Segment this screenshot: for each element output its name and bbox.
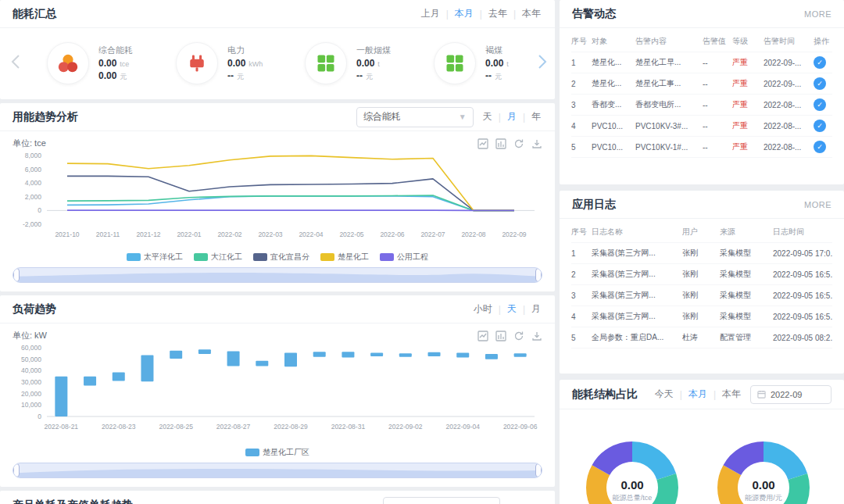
refresh-icon[interactable]	[513, 331, 524, 341]
donut-value: 0.00	[574, 478, 691, 491]
carousel-next-icon[interactable]	[538, 54, 547, 73]
donut-chart-cost[interactable]: 0.00能源费用/元	[705, 424, 822, 504]
download-icon[interactable]	[531, 138, 542, 149]
line-chart-icon[interactable]	[477, 331, 488, 341]
unit-consumption-title: 产品单耗及产值单耗趋势	[13, 499, 133, 504]
svg-text:50,000: 50,000	[21, 356, 41, 363]
energy-summary-card: 能耗汇总 上月|本月|去年|本年 综合能耗0.00tce0.00元电力0.00k…	[0, 0, 555, 99]
logs-card: 应用日志 MORE 序号日志名称用户来源日志时间1采集器(第三方网...张刚采集…	[560, 191, 844, 374]
stat-name: 综合能耗	[98, 45, 133, 56]
carousel-prev-icon[interactable]	[11, 54, 20, 73]
svg-text:2022-09-04: 2022-09-04	[445, 423, 480, 431]
legend-item-大江化工[interactable]: 大江化工	[194, 252, 242, 263]
energy-type-select[interactable]: 综合能耗 ▼	[356, 107, 474, 127]
tab-年[interactable]: 年	[530, 110, 542, 123]
svg-text:2022-01: 2022-01	[177, 231, 201, 238]
line-chart-icon[interactable]	[477, 138, 488, 149]
svg-text:10,000: 10,000	[21, 401, 41, 409]
tab-本月[interactable]: 本月	[453, 7, 475, 20]
chevron-down-icon: ▼	[459, 113, 467, 121]
load-trend-bar-chart[interactable]: 010,00020,00030,00040,00050,00060,000202…	[13, 341, 542, 443]
alerts-card: 告警动态 MORE 序号对象告警内容告警值等级告警时间操作1楚星化...楚星化工…	[560, 0, 844, 184]
tab-separator: |	[480, 9, 482, 20]
load-period-tabs: 小时|天|月	[472, 302, 542, 316]
stat-value-primary: 0.00t	[485, 58, 509, 70]
svg-text:2022-09-02: 2022-09-02	[388, 423, 423, 431]
datazoom-left-handle[interactable]	[13, 463, 20, 477]
legend-item-公用工程[interactable]: 公用工程	[380, 252, 428, 263]
download-icon[interactable]	[531, 331, 542, 341]
calendar-icon	[757, 390, 766, 399]
structure-header: 能耗结构占比 今天|本月|本年 2022-09	[560, 380, 844, 409]
month-picker[interactable]: 2022-09	[750, 385, 831, 404]
svg-text:-2,000: -2,000	[23, 220, 41, 228]
tab-本年[interactable]: 本年	[520, 7, 542, 20]
bar-chart-icon[interactable]	[495, 138, 506, 149]
stat-value-cost: --元	[227, 70, 263, 83]
load-datazoom-slider[interactable]	[13, 463, 542, 478]
coal-icon	[305, 42, 347, 84]
trend-datazoom-slider[interactable]	[13, 267, 542, 283]
svg-text:2021-11: 2021-11	[96, 231, 120, 238]
tab-小时[interactable]: 小时	[472, 302, 494, 316]
tab-本月[interactable]: 本月	[687, 388, 709, 401]
load-trend-card: 负荷趋势 小时|天|月 单位: kW 010,00020,00030,00040…	[0, 295, 555, 487]
legend-item-太平洋化工[interactable]: 太平洋化工	[127, 252, 183, 263]
unit-consumption-card: 产品单耗及产值单耗趋势	[0, 491, 555, 504]
donut-chart-total[interactable]: 0.00能源总量/tce	[574, 424, 691, 504]
datazoom-right-handle[interactable]	[535, 268, 542, 282]
svg-text:2022-02: 2022-02	[217, 231, 241, 238]
svg-text:2022-08-25: 2022-08-25	[159, 423, 193, 431]
alert-process-button[interactable]: ✓	[814, 56, 826, 69]
refresh-icon[interactable]	[513, 138, 524, 149]
trend-toolbox	[477, 138, 542, 149]
table-row: 1楚星化...楚星化工早...--严重2022-09-...✓	[571, 52, 832, 73]
unit-consumption-select[interactable]	[383, 497, 500, 504]
legend-item-楚星化工[interactable]: 楚星化工	[320, 252, 369, 263]
stat-value-cost: 0.00元	[98, 70, 133, 83]
bar-chart-icon[interactable]	[495, 331, 506, 341]
svg-text:2022-08-21: 2022-08-21	[45, 423, 79, 431]
load-unit-label: 单位: kW	[13, 330, 47, 341]
datazoom-left-handle[interactable]	[13, 268, 20, 282]
stat-value-primary: 0.00kWh	[227, 58, 263, 70]
tab-本年[interactable]: 本年	[721, 388, 742, 401]
svg-text:0: 0	[38, 413, 41, 420]
alerts-table: 序号对象告警内容告警值等级告警时间操作1楚星化...楚星化工早...--严重20…	[560, 28, 844, 158]
tab-天[interactable]: 天	[506, 302, 518, 316]
energy-trend-line-chart[interactable]: -2,00002,0004,0006,0008,0002021-102021-1…	[13, 149, 542, 248]
tab-separator: |	[713, 389, 716, 400]
tab-上月[interactable]: 上月	[420, 7, 442, 20]
datazoom-right-handle[interactable]	[535, 463, 542, 477]
alert-process-button[interactable]: ✓	[814, 120, 826, 132]
tab-separator: |	[499, 112, 501, 123]
svg-text:8,000: 8,000	[25, 152, 42, 159]
load-trend-title: 负荷趋势	[13, 302, 56, 316]
energy-summary-header: 能耗汇总 上月|本月|去年|本年	[0, 0, 555, 28]
svg-text:60,000: 60,000	[21, 344, 41, 352]
stat-card-电力: 电力0.00kWh--元	[176, 42, 293, 84]
tab-月[interactable]: 月	[506, 110, 518, 123]
table-row: 3香都变...香都变电所...--严重2022-08-...✓	[571, 95, 832, 116]
logs-title: 应用日志	[572, 198, 616, 212]
alerts-more-link[interactable]: MORE	[804, 9, 831, 19]
load-toolbox	[477, 331, 542, 341]
logs-more-link[interactable]: MORE	[804, 200, 831, 209]
coal-icon	[434, 42, 476, 84]
tab-月[interactable]: 月	[530, 302, 542, 316]
alerts-header: 告警动态 MORE	[560, 0, 844, 28]
legend-item-宜化宜昌分[interactable]: 宜化宜昌分	[253, 252, 309, 263]
svg-text:2022-04: 2022-04	[299, 231, 323, 238]
alert-process-button[interactable]: ✓	[814, 98, 826, 111]
tab-去年[interactable]: 去年	[487, 7, 509, 20]
svg-text:2022-05: 2022-05	[339, 231, 363, 238]
table-row: 1采集器(第三方网...张刚采集模型2022-09-05 17:0...	[571, 243, 832, 264]
alert-process-button[interactable]: ✓	[814, 77, 826, 90]
tab-今天[interactable]: 今天	[653, 388, 675, 401]
energy-trend-card: 用能趋势分析 综合能耗 ▼ 天|月|年 单位: tce -2,00002,000…	[0, 103, 555, 291]
alert-process-button[interactable]: ✓	[814, 141, 826, 153]
svg-text:2022-06: 2022-06	[380, 231, 404, 238]
legend-item-楚星化工厂区[interactable]: 楚星化工厂区	[245, 447, 309, 458]
svg-text:4,000: 4,000	[25, 179, 42, 187]
tab-天[interactable]: 天	[481, 110, 494, 123]
